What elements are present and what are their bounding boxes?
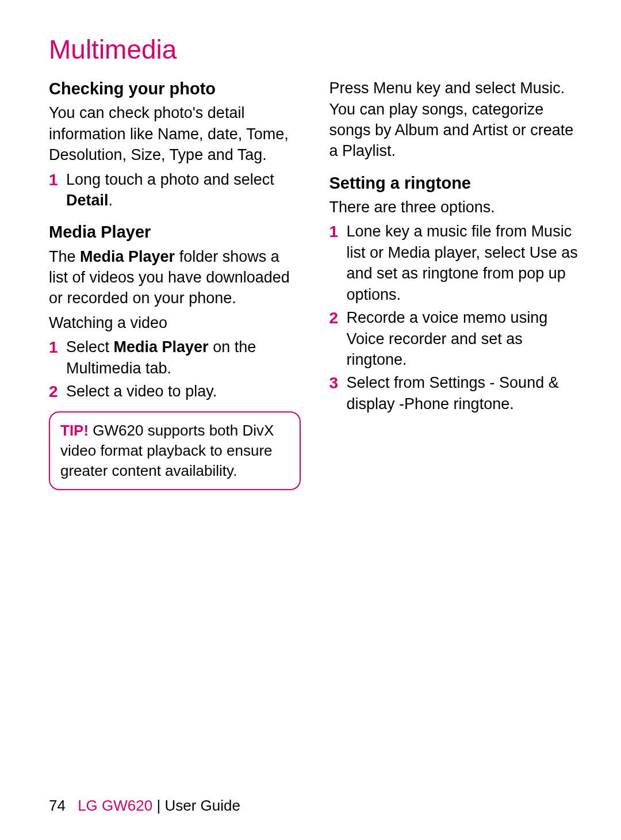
list-text-bold: Media Player	[114, 338, 209, 356]
list-number: 3	[329, 372, 339, 394]
tip-label: TIP!	[60, 422, 89, 439]
page-title: Multimedia	[49, 32, 581, 67]
heading-ringtone: Setting a ringtone	[329, 172, 581, 194]
list-item: 2 Select a video to play.	[49, 381, 301, 402]
list-number: 2	[49, 381, 58, 403]
para-three-options: There are three options.	[329, 197, 581, 217]
heading-checking-photo: Checking your photo	[49, 78, 301, 100]
list-number: 2	[329, 307, 339, 329]
list-number: 1	[49, 337, 58, 358]
footer-sep: |	[152, 797, 164, 814]
list-item: 2 Recorde a voice memo using Voice recor…	[329, 307, 581, 370]
list-text: Select a video to play.	[66, 383, 217, 400]
para-bold: Media Player	[80, 248, 175, 265]
tip-text: GW620 supports both DivX video format pl…	[60, 422, 274, 479]
list-watching-video: 1 Select Media Player on the Multimedia …	[49, 337, 301, 402]
para-watching-video: Watching a video	[49, 312, 301, 333]
list-checking-photo: 1 Long touch a photo and select Detail.	[49, 169, 301, 211]
heading-media-player: Media Player	[49, 221, 301, 243]
list-item: 1 Long touch a photo and select Detail.	[49, 169, 301, 211]
list-number: 1	[329, 221, 339, 243]
list-text-post: .	[109, 192, 113, 209]
list-text: Lone key a music file from Music list or…	[347, 223, 578, 303]
para-pre: The	[49, 248, 80, 265]
column-left: Checking your photo You can check photo'…	[49, 78, 301, 490]
tip-box: TIP! GW620 supports both DivX video form…	[49, 411, 301, 490]
page-footer: 74 LG GW620 | User Guide	[49, 796, 240, 816]
para-music: Press Menu key and select Music. You can…	[329, 78, 581, 162]
list-ringtone: 1 Lone key a music file from Music list …	[329, 221, 581, 414]
list-item: 1 Select Media Player on the Multimedia …	[49, 337, 301, 379]
list-item: 1 Lone key a music file from Music list …	[329, 221, 581, 305]
list-text: Recorde a voice memo using Voice recorde…	[347, 309, 548, 368]
para-media-folder: The Media Player folder shows a list of …	[49, 246, 301, 309]
page-number: 74	[49, 797, 66, 814]
list-text-bold: Detail	[66, 192, 109, 209]
list-text-pre: Select	[66, 338, 114, 356]
footer-brand: LG GW620	[78, 797, 152, 814]
list-text-pre: Long touch a photo and select	[66, 171, 274, 188]
list-text: Select from Settings - Sound & display -…	[347, 374, 559, 412]
column-right: Press Menu key and select Music. You can…	[329, 78, 581, 490]
list-number: 1	[49, 169, 58, 191]
footer-guide: User Guide	[164, 797, 240, 814]
para-photo-detail: You can check photo's detail information…	[49, 102, 301, 165]
list-item: 3 Select from Settings - Sound & display…	[329, 372, 581, 414]
content-columns: Checking your photo You can check photo'…	[49, 78, 581, 490]
